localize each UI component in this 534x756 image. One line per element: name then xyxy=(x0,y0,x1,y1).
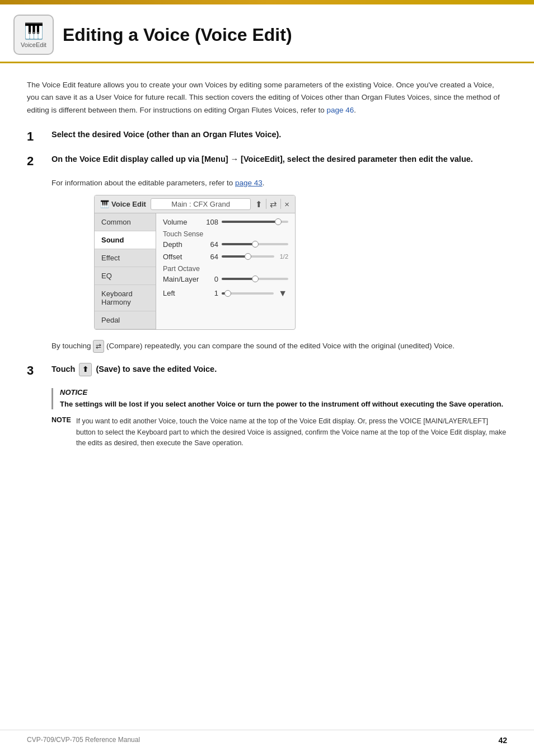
icon-label: VoiceEdit xyxy=(21,41,46,48)
voice-edit-panel: 🎹 Voice Edit Main : CFX Grand ⬆ ⇄ × Comm… xyxy=(94,195,296,330)
ve-offset-label: Offset xyxy=(163,253,199,261)
ve-mainlayer-slider[interactable] xyxy=(222,278,288,280)
note-text: If you want to edit another Voice, touch… xyxy=(76,416,507,449)
ve-offset-row: Offset 64 1/2 xyxy=(163,253,288,261)
compare-icon-inline: ⇄ xyxy=(93,340,104,353)
ve-left-slider[interactable] xyxy=(222,292,274,295)
ve-close-icon[interactable]: × xyxy=(284,200,289,208)
intro-paragraph: The Voice Edit feature allows you to cre… xyxy=(27,79,507,116)
header-icon-box: 🎹 VoiceEdit xyxy=(13,15,54,55)
page-header: 🎹 VoiceEdit Editing a Voice (Voice Edit) xyxy=(0,4,534,63)
ve-depth-fill xyxy=(222,243,255,245)
step-2-link[interactable]: page 43 xyxy=(235,179,263,187)
ve-sidebar: Common Sound Effect EQ Keyboard Harmony … xyxy=(95,213,156,329)
page-footer: CVP-709/CVP-705 Reference Manual 42 xyxy=(0,730,534,745)
ve-volume-label: Volume xyxy=(163,218,199,226)
ve-title: 🎹 Voice Edit xyxy=(100,200,146,208)
ve-page-indicator: 1/2 xyxy=(280,253,288,260)
ve-sidebar-common[interactable]: Common xyxy=(95,213,156,231)
ve-offset-slider[interactable] xyxy=(222,255,274,258)
ve-offset-thumb xyxy=(245,253,251,260)
ve-volume-slider[interactable] xyxy=(222,221,288,223)
ve-left-row: Left 1 ▼ xyxy=(163,287,288,300)
ve-save-icon[interactable]: ⬆ xyxy=(255,200,263,208)
save-icon-inline: ⬆ xyxy=(79,363,92,376)
step-3-content: Touch ⬆ (Save) to save the edited Voice. xyxy=(51,363,507,376)
ve-left-label: Left xyxy=(163,289,199,297)
intro-link[interactable]: page 46 xyxy=(327,106,354,114)
ve-icon-separator xyxy=(266,199,266,209)
step-2-sub: For information about the editable param… xyxy=(51,179,507,187)
notice-body: The settings will be lost if you select … xyxy=(60,399,507,410)
ve-main-area: Volume 108 Touch Sense Depth 64 xyxy=(156,213,295,329)
ve-sidebar-effect[interactable]: Effect xyxy=(95,249,156,267)
step-2-content: On the Voice Edit display called up via … xyxy=(51,153,507,166)
voice-edit-container: 🎹 Voice Edit Main : CFX Grand ⬆ ⇄ × Comm… xyxy=(94,195,296,330)
step-2: 2 On the Voice Edit display called up vi… xyxy=(27,153,507,170)
main-content: The Voice Edit feature allows you to cre… xyxy=(0,63,534,464)
step-2-number: 2 xyxy=(27,153,43,170)
ve-volume-value: 108 xyxy=(203,218,218,226)
ve-sidebar-keyboard-harmony[interactable]: Keyboard Harmony xyxy=(95,285,156,311)
ve-part-octave-label: Part Octave xyxy=(163,265,288,273)
ve-volume-thumb xyxy=(275,218,282,225)
compare-note: By touching ⇄ (Compare) repeatedly, you … xyxy=(51,340,507,353)
ve-panel-header: 🎹 Voice Edit Main : CFX Grand ⬆ ⇄ × xyxy=(95,195,295,213)
notice-title: NOTICE xyxy=(60,388,507,396)
ve-piano-icon: 🎹 xyxy=(100,200,109,208)
ve-voice-name[interactable]: Main : CFX Grand xyxy=(151,198,251,210)
footer-page-number: 42 xyxy=(498,736,507,745)
ve-volume-row: Volume 108 xyxy=(163,218,288,226)
ve-sidebar-eq[interactable]: EQ xyxy=(95,267,156,285)
ve-offset-fill xyxy=(222,255,248,258)
ve-panel-body: Common Sound Effect EQ Keyboard Harmony … xyxy=(95,213,295,329)
ve-offset-value: 64 xyxy=(203,253,218,261)
step-1: 1 Select the desired Voice (other than a… xyxy=(27,129,507,145)
ve-scroll-down-btn[interactable]: ▼ xyxy=(277,287,288,300)
ve-sidebar-sound[interactable]: Sound xyxy=(95,231,156,249)
voiceedit-icon: 🎹 xyxy=(24,22,44,40)
ve-mainlayer-value: 0 xyxy=(203,275,218,283)
step-1-number: 1 xyxy=(27,129,43,145)
ve-depth-slider[interactable] xyxy=(222,243,288,245)
ve-depth-row: Depth 64 xyxy=(163,240,288,249)
top-accent-bar xyxy=(0,0,534,4)
ve-left-thumb xyxy=(224,290,231,297)
ve-depth-value: 64 xyxy=(203,240,218,249)
ve-mainlayer-row: Main/Layer 0 xyxy=(163,275,288,283)
ve-compare-icon[interactable]: ⇄ xyxy=(270,200,277,208)
notice-box: NOTICE The settings will be lost if you … xyxy=(51,388,507,410)
step-3-number: 3 xyxy=(27,363,43,379)
footer-manual: CVP-709/CVP-705 Reference Manual xyxy=(27,736,140,745)
ve-depth-label: Depth xyxy=(163,240,199,249)
note-label: NOTE xyxy=(51,416,73,449)
step-1-content: Select the desired Voice (other than an … xyxy=(51,129,507,141)
ve-depth-thumb xyxy=(252,241,259,248)
ve-touch-sense-label: Touch Sense xyxy=(163,230,288,238)
ve-mainlayer-label: Main/Layer xyxy=(163,275,199,283)
ve-icon-separator2 xyxy=(280,199,281,209)
note-box: NOTE If you want to edit another Voice, … xyxy=(51,416,507,449)
ve-volume-fill xyxy=(222,221,278,223)
ve-left-value: 1 xyxy=(203,289,218,297)
compare-note-text: (Compare) repeatedly, you can compare th… xyxy=(106,342,455,350)
ve-sidebar-pedal[interactable]: Pedal xyxy=(95,311,156,329)
step-3: 3 Touch ⬆ (Save) to save the edited Voic… xyxy=(27,363,507,379)
page-title: Editing a Voice (Voice Edit) xyxy=(63,25,292,45)
ve-header-icons: ⬆ ⇄ × xyxy=(255,199,289,209)
ve-mainlayer-fill xyxy=(222,278,255,280)
ve-mainlayer-thumb xyxy=(252,276,259,282)
